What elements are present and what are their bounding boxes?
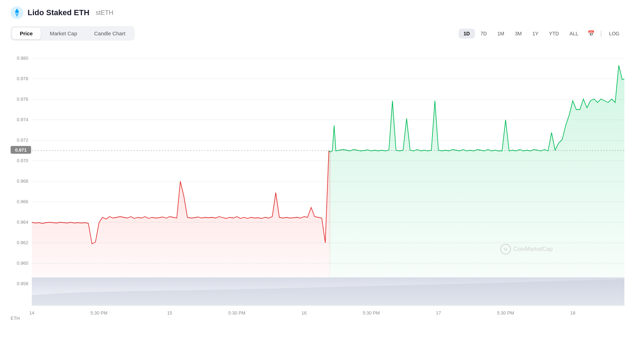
svg-text:0.962: 0.962 <box>17 240 28 245</box>
chart-area: 0.980 0.978 0.976 0.974 0.972 0.970 0.96… <box>11 44 624 320</box>
svg-text:5:30 PM: 5:30 PM <box>497 310 514 316</box>
svg-text:0.971: 0.971 <box>15 147 27 153</box>
svg-text:15: 15 <box>167 310 172 316</box>
calendar-button[interactable]: 📅 <box>584 28 598 39</box>
time-btn-3m[interactable]: 3M <box>510 29 526 39</box>
lido-logo <box>11 6 23 19</box>
svg-text:ETH: ETH <box>11 316 20 320</box>
svg-text:0.966: 0.966 <box>17 199 28 204</box>
svg-text:CoinMarketCap: CoinMarketCap <box>513 246 553 252</box>
time-btn-ytd[interactable]: YTD <box>544 29 564 39</box>
svg-text:14: 14 <box>29 310 34 316</box>
svg-text:16: 16 <box>302 310 307 316</box>
svg-text:5:30 PM: 5:30 PM <box>91 310 107 316</box>
time-btn-7d[interactable]: 7D <box>476 29 492 39</box>
svg-text:0.976: 0.976 <box>17 96 28 102</box>
price-chart: 0.980 0.978 0.976 0.974 0.972 0.970 0.96… <box>11 44 624 320</box>
svg-text:5:30 PM: 5:30 PM <box>228 310 245 316</box>
chart-container: 0.980 0.978 0.976 0.974 0.972 0.970 0.96… <box>11 44 624 320</box>
svg-text:0.970: 0.970 <box>17 158 28 163</box>
svg-text:18: 18 <box>570 310 575 316</box>
svg-text:5:30 PM: 5:30 PM <box>363 310 380 316</box>
time-btn-1y[interactable]: 1Y <box>528 29 543 39</box>
chart-tab-group: Price Market Cap Candle Chart <box>11 26 135 41</box>
svg-text:17: 17 <box>436 310 441 316</box>
svg-text:0.972: 0.972 <box>17 137 28 143</box>
svg-text:0.960: 0.960 <box>17 260 28 266</box>
svg-text:0.980: 0.980 <box>17 55 28 61</box>
tab-market-cap[interactable]: Market Cap <box>42 28 85 39</box>
time-controls: 1D 7D 1M 3M 1Y YTD ALL 📅 | LOG <box>459 28 624 39</box>
divider: | <box>600 30 602 37</box>
tab-price[interactable]: Price <box>12 28 41 39</box>
time-btn-1d[interactable]: 1D <box>459 29 475 39</box>
svg-text:0.978: 0.978 <box>17 76 28 81</box>
svg-text:0.974: 0.974 <box>17 117 28 122</box>
svg-text:M: M <box>504 247 507 252</box>
time-btn-all[interactable]: ALL <box>565 29 583 39</box>
svg-text:0.968: 0.968 <box>17 178 28 184</box>
header: Lido Staked ETH stETH <box>0 0 635 23</box>
tabs-row: Price Market Cap Candle Chart 1D 7D 1M 3… <box>0 23 635 41</box>
tab-candle-chart[interactable]: Candle Chart <box>86 28 133 39</box>
coin-name: Lido Staked ETH <box>28 8 89 17</box>
svg-text:0.958: 0.958 <box>17 281 28 286</box>
svg-text:0.964: 0.964 <box>17 219 28 225</box>
coin-symbol: stETH <box>96 9 113 17</box>
log-button[interactable]: LOG <box>604 29 624 39</box>
time-btn-1m[interactable]: 1M <box>493 29 509 39</box>
